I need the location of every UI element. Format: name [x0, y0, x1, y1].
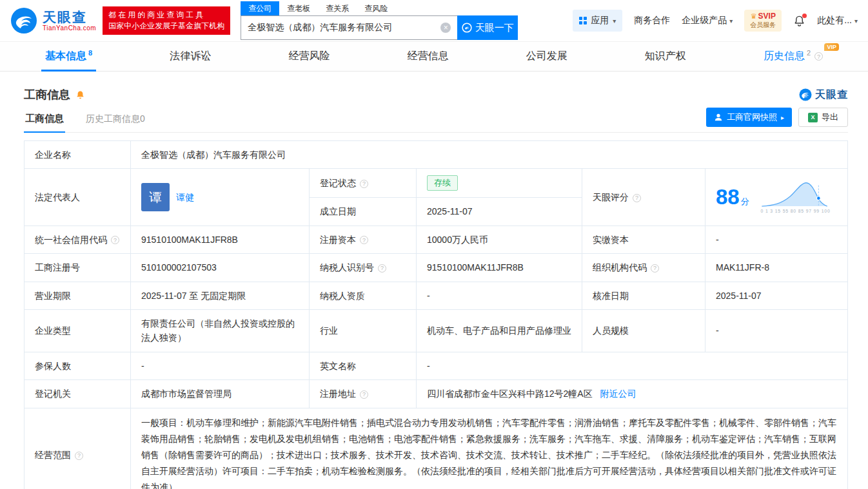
chevron-down-icon	[613, 17, 616, 24]
value-staff-size: -	[705, 309, 848, 352]
label-reg-capital: 注册资本	[310, 225, 417, 253]
help-icon[interactable]	[378, 264, 386, 273]
score-number: 88	[716, 186, 740, 207]
tab-operation-label: 经营信息	[408, 50, 449, 63]
tab-company-development[interactable]: 公司发展	[526, 42, 567, 71]
tab-ip-label: 知识产权	[645, 50, 686, 63]
value-taxpayer-id: 91510100MAK11JFR8B	[417, 254, 582, 282]
label-address: 注册地址	[310, 380, 417, 408]
biz-cooperation-link[interactable]: 商务合作	[634, 15, 670, 26]
export-button[interactable]: 导出	[798, 108, 848, 127]
slogan-line1: 都在用的商业查询工具	[108, 10, 224, 21]
avatar[interactable]: 谭	[141, 183, 170, 211]
status-badge: 存续	[427, 175, 458, 191]
search-tab-relation[interactable]: 查关系	[318, 1, 357, 15]
score-curve-chart[interactable]: 0 1 3 15 55 80 85 97 99 100	[755, 179, 836, 216]
help-icon[interactable]	[360, 180, 368, 188]
help-icon[interactable]	[360, 236, 368, 244]
label-taxpayer-id: 纳税人识别号	[310, 254, 417, 282]
value-registry: 成都市市场监督管理局	[131, 380, 310, 408]
search-button-logo-icon	[462, 23, 472, 33]
search-tab-risk[interactable]: 查风险	[357, 1, 395, 15]
search-tabs: 查公司 查老板 查关系 查风险	[241, 1, 518, 15]
user-menu[interactable]: 此处有...	[817, 15, 858, 26]
snapshot-button-label: 工商官网快照	[727, 111, 777, 123]
tab-legal[interactable]: 法律诉讼	[170, 42, 211, 71]
tianyancha-watermark-icon	[799, 88, 812, 101]
logo-text-en: TianYanCha.com	[43, 24, 96, 32]
label-credit-code: 统一社会信用代码	[25, 225, 131, 253]
search-button[interactable]: 天眼一下	[457, 15, 518, 40]
svip-badge[interactable]: SVIP 会员服务	[744, 10, 782, 32]
value-industry: 机动车、电子产品和日用产品修理业	[417, 309, 582, 352]
legal-rep-link[interactable]: 谭健	[176, 190, 194, 204]
table-row: 经营范围 一般项目：机动车修理和维护；新能源汽车电附件销售；插电式混合动力专用发…	[25, 408, 848, 489]
help-icon[interactable]	[633, 194, 641, 202]
notification-bell-icon[interactable]	[793, 15, 805, 27]
value-org-code: MAK11JFR-8	[705, 254, 848, 282]
value-business-scope: 一般项目：机动车修理和维护；新能源汽车电附件销售；插电式混合动力专用发动机销售；…	[131, 408, 848, 489]
tianyancha-watermark-label: 天眼查	[815, 88, 848, 102]
value-reg-number: 510100002107503	[131, 254, 310, 282]
tianyancha-logo-icon	[10, 7, 37, 34]
business-info-table: 企业名称 全极智选（成都）汽车服务有限公司 法定代表人 谭 谭健 登记状态 存续…	[24, 140, 848, 489]
label-industry: 行业	[310, 309, 417, 352]
tab-operation-info[interactable]: 经营信息	[408, 42, 449, 71]
tab-history-info[interactable]: VIP 历史信息 2	[764, 42, 823, 71]
nearby-companies-link[interactable]: 附近公司	[600, 388, 636, 399]
svip-sublabel: 会员服务	[750, 21, 776, 30]
table-row: 登记机关 成都市市场监督管理局 注册地址 四川省成都市金牛区兴科中路12号2幢A…	[25, 380, 848, 408]
label-paid-capital: 实缴资本	[582, 225, 705, 253]
label-establish-date: 成立日期	[310, 198, 417, 225]
help-icon[interactable]	[814, 52, 823, 61]
logo-text-cn: 天眼查	[43, 10, 96, 24]
clear-icon[interactable]	[440, 23, 451, 33]
table-row: 统一社会信用代码 91510100MAK11JFR8B 注册资本 10000万人…	[25, 225, 848, 253]
subscribe-bell-icon[interactable]	[75, 90, 85, 100]
chevron-down-icon	[854, 17, 858, 24]
label-reg-number: 工商注册号	[25, 254, 131, 282]
official-snapshot-button[interactable]: 工商官网快照	[706, 108, 792, 127]
search-button-label: 天眼一下	[475, 22, 514, 34]
search-input[interactable]	[241, 15, 457, 40]
chevron-down-icon	[729, 17, 733, 24]
subtab-business-info[interactable]: 工商信息	[24, 108, 65, 132]
address-text: 四川省成都市金牛区兴科中路12号2幢A区	[427, 388, 593, 399]
tianyancha-logo[interactable]: 天眼查 TianYanCha.com	[10, 7, 96, 34]
apps-menu[interactable]: 应用	[573, 10, 622, 32]
value-company-name: 全极智选（成都）汽车服务有限公司	[131, 141, 848, 169]
label-staff-size: 人员规模	[582, 309, 705, 352]
main-content: 工商信息 天眼查 工商信息 历史工商信息0 工商官网快照	[0, 87, 868, 489]
label-business-term: 营业期限	[25, 282, 131, 309]
help-icon[interactable]	[75, 452, 83, 460]
tab-operating-risk[interactable]: 经营风险	[288, 42, 330, 71]
notification-dot	[802, 14, 807, 18]
subtab-history-business-info[interactable]: 历史工商信息0	[84, 108, 146, 132]
search-tab-company[interactable]: 查公司	[241, 1, 279, 15]
search-tab-boss[interactable]: 查老板	[279, 1, 318, 15]
help-icon[interactable]	[360, 390, 368, 399]
value-tyc-score: 88 分 0 1 3 15 55 80 85 97 99 100	[705, 169, 848, 225]
value-taxpayer-quality: -	[417, 282, 582, 309]
help-icon[interactable]	[111, 236, 119, 244]
slogan-line2: 国家中小企业发展子基金旗下机构	[108, 21, 224, 32]
tab-basic-info[interactable]: 基本信息 8	[45, 42, 92, 71]
apps-label: 应用	[591, 15, 609, 26]
label-tyc-score: 天眼评分	[582, 169, 705, 225]
label-org-code: 组织机构代码	[582, 254, 705, 282]
tab-development-label: 公司发展	[526, 50, 567, 63]
tab-basic-badge: 8	[88, 49, 92, 57]
tab-history-badge: 2	[807, 49, 811, 57]
value-company-type: 有限责任公司（非自然人投资或控股的法人独资）	[131, 309, 310, 352]
help-icon[interactable]	[651, 264, 659, 273]
excel-icon	[808, 113, 818, 122]
crown-icon	[751, 12, 757, 21]
tab-intellectual-property[interactable]: 知识产权	[645, 42, 686, 71]
value-insured-count: -	[131, 352, 310, 379]
enterprise-products-menu[interactable]: 企业级产品	[682, 15, 733, 26]
label-business-scope: 经营范围	[25, 408, 131, 489]
score-axis-labels: 0 1 3 15 55 80 85 97 99 100	[760, 208, 830, 215]
grid-icon	[579, 17, 587, 24]
logo-text: 天眼查 TianYanCha.com	[43, 10, 96, 32]
value-paid-capital: -	[705, 225, 848, 253]
